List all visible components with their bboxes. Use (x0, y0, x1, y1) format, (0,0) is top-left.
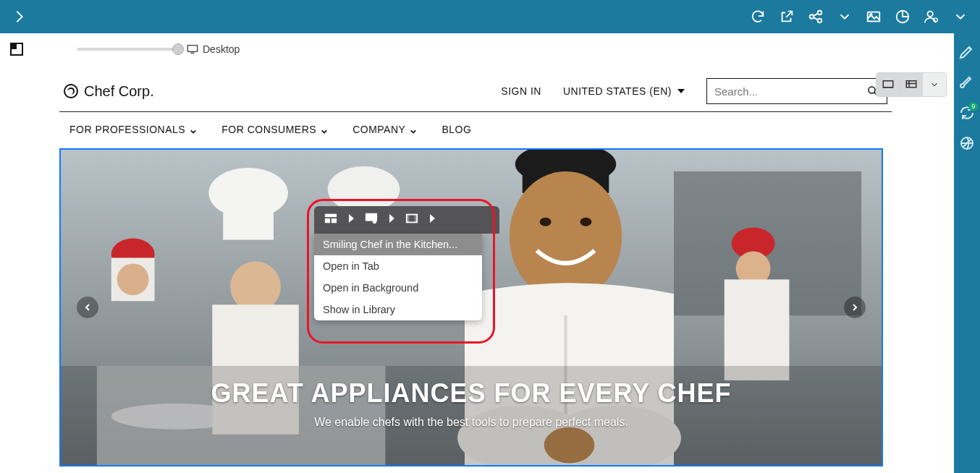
crumb-sep-icon (428, 213, 436, 226)
svg-point-2 (818, 19, 822, 23)
analytics-icon[interactable] (895, 9, 911, 25)
view-layout-icon[interactable] (900, 73, 923, 96)
crumb-sep-icon (388, 213, 395, 226)
share-dropdown-icon[interactable] (837, 9, 853, 25)
crumb-video-icon[interactable] (405, 212, 418, 228)
brand-logo-icon (64, 84, 78, 98)
external-link-icon[interactable] (779, 9, 795, 25)
nav-consumers[interactable]: FOR CONSUMERS (221, 124, 328, 135)
expand-panel-icon[interactable] (12, 9, 28, 25)
rail-sync-icon[interactable]: 9 (958, 104, 976, 122)
svg-point-29 (510, 171, 622, 301)
crumb-component-icon[interactable] (365, 212, 378, 228)
svg-point-31 (580, 218, 591, 226)
right-side-rail: 9 (954, 33, 980, 473)
svg-point-1 (818, 11, 822, 15)
svg-point-0 (810, 14, 814, 19)
hero-text: GREAT APPLIANCES FOR EVERY CHEF We enabl… (61, 378, 882, 429)
svg-point-23 (117, 263, 149, 295)
device-width-slider[interactable] (77, 48, 178, 51)
nav-blog[interactable]: BLOG (442, 124, 471, 135)
svg-marker-49 (430, 214, 435, 223)
editor-area: Desktop Chef Corp. SIGN IN UNITED STATES… (0, 33, 954, 473)
hero-next-button[interactable] (844, 297, 866, 318)
svg-point-30 (540, 218, 552, 226)
svg-rect-48 (415, 215, 418, 223)
chevron-down-icon (321, 126, 328, 133)
context-menu: Smiling Chef in the Kitchen... Open in T… (314, 234, 482, 320)
context-menu-open-tab[interactable]: Open in Tab (314, 255, 482, 277)
top-toolbar (0, 0, 980, 33)
svg-rect-26 (725, 279, 790, 380)
nav-company[interactable]: COMPANY (352, 124, 417, 135)
svg-point-6 (928, 12, 933, 17)
context-menu-open-bg[interactable]: Open in Background (314, 277, 482, 299)
hero-subtitle: We enable chefs with the best tools to p… (61, 416, 882, 429)
share-icon[interactable] (808, 9, 824, 25)
site-nav: FOR PROFESSIONALS FOR CONSUMERS COMPANY … (59, 112, 892, 148)
breadcrumb-bar (314, 206, 499, 234)
chevron-down-icon (410, 126, 417, 133)
view-toggle (876, 72, 947, 97)
user-dropdown-icon[interactable] (952, 9, 968, 25)
crumb-sep-icon (347, 213, 355, 226)
svg-marker-45 (389, 214, 394, 223)
search-box[interactable] (706, 78, 887, 104)
brand-name: Chef Corp. (84, 83, 154, 100)
view-edit-icon[interactable] (876, 73, 900, 96)
nav-professionals[interactable]: FOR PROFESSIONALS (69, 124, 197, 135)
svg-point-44 (373, 220, 376, 223)
crumb-container-icon[interactable] (324, 212, 337, 228)
context-overlay: Smiling Chef in the Kitchen... Open in T… (314, 206, 499, 320)
context-menu-title[interactable]: Smiling Chef in the Kitchen... (314, 234, 482, 255)
locale-selector[interactable]: UNITED STATES (EN) (563, 85, 685, 97)
locale-label: UNITED STATES (EN) (563, 85, 672, 97)
caret-down-icon (677, 89, 685, 93)
svg-rect-9 (187, 46, 197, 52)
view-dropdown-icon[interactable] (923, 73, 946, 96)
svg-rect-39 (325, 214, 337, 218)
search-input[interactable] (714, 85, 859, 98)
user-settings-icon[interactable] (924, 9, 939, 25)
hero-prev-button[interactable] (77, 297, 98, 318)
svg-point-36 (230, 261, 281, 312)
svg-rect-10 (883, 81, 893, 88)
device-label: Desktop (187, 43, 240, 55)
refresh-icon[interactable] (750, 9, 766, 25)
device-bar: Desktop (0, 33, 954, 65)
page-canvas: Chef Corp. SIGN IN UNITED STATES (EN) FO… (59, 65, 892, 466)
context-menu-show-lib[interactable]: Show in Library (314, 299, 482, 320)
svg-point-4 (870, 14, 872, 16)
panel-toggle-icon[interactable] (10, 43, 23, 56)
hero-banner[interactable]: GREAT APPLIANCES FOR EVERY CHEF We enabl… (59, 148, 883, 466)
image-icon[interactable] (866, 9, 882, 25)
hero-title: GREAT APPLIANCES FOR EVERY CHEF (61, 378, 882, 409)
svg-rect-40 (325, 218, 330, 223)
device-label-text: Desktop (203, 43, 240, 55)
svg-rect-43 (366, 213, 377, 221)
svg-point-12 (869, 87, 875, 93)
rail-badge: 9 (968, 101, 979, 111)
sign-in-link[interactable]: SIGN IN (501, 85, 541, 97)
chevron-down-icon (190, 126, 197, 133)
site-header: Chef Corp. SIGN IN UNITED STATES (EN) (59, 65, 892, 112)
rail-brush-icon[interactable] (958, 74, 976, 91)
svg-rect-47 (407, 215, 410, 223)
svg-rect-18 (223, 189, 274, 240)
brand[interactable]: Chef Corp. (64, 83, 154, 100)
rail-edit-icon[interactable] (958, 43, 976, 61)
rail-globe-disable-icon[interactable] (958, 135, 976, 152)
svg-rect-41 (331, 218, 337, 223)
svg-marker-42 (349, 214, 354, 223)
